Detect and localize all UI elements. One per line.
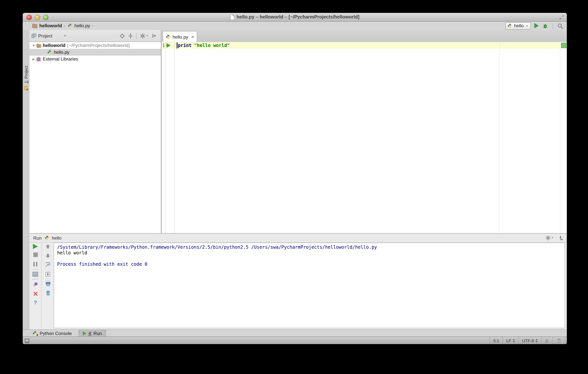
console-exit-line: Process finished with exit code 0 (54, 262, 565, 267)
text-caret (177, 43, 177, 48)
hide-panel-icon[interactable] (152, 33, 156, 38)
collapse-all-icon[interactable] (128, 33, 133, 38)
window-title-group: hello.py – helloworld – [~/PycharmProjec… (230, 14, 359, 20)
close-window-button[interactable] (26, 15, 32, 20)
gutter-run-marker-icon[interactable] (167, 43, 171, 48)
tab-label: hello.py (173, 34, 188, 40)
show-console-layout-button[interactable] (32, 272, 39, 277)
document-icon (230, 14, 235, 20)
python-console-toolwindow-button[interactable]: Python Console (29, 330, 75, 337)
title-bar[interactable]: hello.py – helloworld – [~/PycharmProjec… (23, 13, 567, 21)
project-panel-header[interactable]: Project ▼ (30, 30, 161, 42)
line-separator-widget[interactable]: LF (503, 337, 518, 344)
python-file-icon (47, 50, 52, 55)
chevron-down-icon: ▼ (146, 34, 148, 37)
soft-wrap-button[interactable] (44, 262, 52, 267)
run-button[interactable] (534, 23, 539, 28)
run-toolwindow-label: 4: Run (88, 331, 102, 336)
tree-row-external-libraries[interactable]: ▶ External Libraries (30, 56, 161, 63)
right-margin-guide (499, 42, 500, 233)
gear-menu[interactable]: ▼ (140, 33, 148, 38)
tree-file-name: hello.py (54, 50, 69, 55)
tree-project-name: helloworld (43, 43, 65, 48)
project-panel-title: Project (38, 33, 52, 38)
project-panel-toolbar: ▼ (120, 33, 156, 39)
gutter-separator (174, 42, 174, 233)
project-panel-icon (32, 33, 36, 38)
toolbar-separator (552, 23, 553, 29)
prev-occurrence-button[interactable] (44, 244, 52, 249)
folder-icon (36, 43, 41, 47)
search-icon[interactable] (557, 23, 563, 29)
locate-crosshair-icon[interactable] (120, 33, 125, 38)
status-widgets: 5:1 LF UTF-8 (489, 337, 565, 344)
up-arrow-icon (45, 244, 50, 249)
toolbar-separator (32, 279, 38, 279)
folder-icon (32, 23, 37, 28)
tree-collapsed-icon[interactable]: ▶ (32, 57, 36, 61)
run-toolwindow-header[interactable]: Run hello ▼ (30, 234, 567, 243)
python-console-label: Python Console (40, 331, 72, 336)
fullscreen-resize-icon[interactable] (559, 14, 565, 20)
project-tree: ▼ helloworld (~/PycharmProjects/hellowor… (30, 42, 161, 233)
pin-tab-button[interactable] (32, 282, 39, 287)
gear-menu[interactable]: ▼ (546, 235, 554, 240)
hide-toolwindow-icon[interactable] (558, 235, 563, 240)
breadcrumb-file[interactable]: hello.py (74, 23, 90, 28)
readonly-lock-widget[interactable] (541, 337, 552, 344)
tree-row-project-root[interactable]: ▼ helloworld (~/PycharmProjects/hellowor… (30, 42, 161, 49)
python-console-icon (32, 331, 37, 336)
updown-arrows-icon (513, 339, 515, 342)
run-config-label: hello (52, 235, 62, 241)
close-tab-icon[interactable]: × (191, 34, 194, 40)
console-output[interactable]: /System/Library/Frameworks/Python.framew… (54, 243, 565, 328)
updown-arrows-icon (536, 339, 538, 342)
clear-console-button[interactable] (44, 290, 52, 296)
rerun-button[interactable] (32, 244, 39, 249)
close-icon (33, 291, 38, 296)
traffic-lights (26, 15, 48, 20)
encoding-widget[interactable]: UTF-8 (518, 337, 541, 344)
inspection-status-ok[interactable] (561, 43, 567, 48)
line-number[interactable]: 1 (162, 43, 165, 48)
breadcrumb-project[interactable]: helloworld (39, 23, 62, 28)
highlighting-level-widget[interactable] (552, 337, 565, 344)
tab-hello-py[interactable]: hello.py × (163, 31, 197, 43)
toolwindow-toggle-button[interactable] (25, 338, 30, 343)
zoom-window-button[interactable] (43, 15, 48, 20)
run-toolwindow-title: Run (33, 235, 42, 241)
console-stdout-line: hello world (54, 250, 565, 256)
run-toolwindow-button[interactable]: 4: Run (79, 330, 106, 337)
print-button[interactable] (44, 281, 52, 286)
printer-icon (45, 281, 51, 286)
stop-button[interactable] (32, 253, 39, 257)
help-button[interactable]: ? (32, 299, 39, 306)
debug-bug-icon[interactable] (542, 23, 548, 29)
tree-expanded-icon[interactable]: ▼ (32, 44, 36, 47)
run-icon (83, 331, 86, 335)
close-toolwindow-button[interactable] (32, 291, 39, 296)
pause-button[interactable] (32, 262, 39, 267)
run-toolbar: hello ▼ (505, 22, 563, 29)
run-configuration-select[interactable]: hello ▼ (505, 22, 531, 29)
python-icon (45, 235, 50, 240)
editor-pane[interactable]: 1 print"hello world" (162, 42, 567, 233)
run-configuration-name: hello (514, 23, 524, 28)
toolbar-separator (136, 33, 136, 39)
desktop: hello.py – helloworld – [~/PycharmProjec… (0, 0, 588, 374)
chevron-down-icon: ▼ (525, 24, 528, 27)
chevron-down-icon[interactable]: ▼ (64, 34, 66, 37)
scroll-to-end-button[interactable] (44, 272, 52, 277)
trash-icon (46, 290, 50, 296)
inspection-stripe (560, 42, 567, 233)
minimize-window-button[interactable] (35, 15, 40, 20)
status-bar: 5:1 LF UTF-8 (23, 337, 567, 344)
caret-position-widget[interactable]: 5:1 (489, 337, 503, 344)
tree-row-hello-py[interactable]: hello.py (30, 49, 161, 56)
hector-inspector-icon (556, 338, 562, 343)
tree-libraries-label: External Libraries (43, 56, 78, 62)
python-file-icon (166, 34, 171, 39)
project-toolwindow-button[interactable]: 1: Project (24, 66, 28, 83)
next-occurrence-button[interactable] (44, 254, 52, 258)
console-command-line: /System/Library/Frameworks/Python.framew… (54, 243, 565, 250)
